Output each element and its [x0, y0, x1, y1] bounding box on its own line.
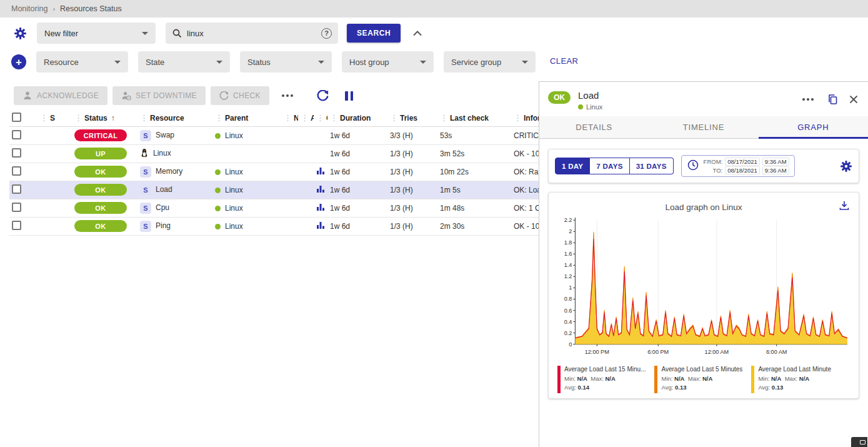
- status-select[interactable]: Status: [240, 51, 332, 73]
- drag-handle-icon[interactable]: ⋮: [74, 113, 82, 123]
- graph-card: Load graph on Linux 00.20.40.60.811.21.4…: [548, 192, 859, 399]
- header-last-check[interactable]: ⋮Last check: [437, 110, 511, 126]
- service-group-select-label: Service group: [451, 58, 501, 67]
- svg-text:0: 0: [569, 341, 572, 348]
- table-row[interactable]: UP Linux 1w 6d 1/3 (H) 3m 52s OK - 10: [9, 144, 539, 163]
- drag-handle-icon[interactable]: ⋮: [284, 113, 292, 123]
- to-date-value[interactable]: 08/18/2021: [725, 166, 760, 174]
- header-notes[interactable]: ⋮N: [281, 110, 298, 126]
- row-checkbox[interactable]: [12, 130, 21, 139]
- legend-item-load-1min[interactable]: Average Load Last Minute Min: N/A Max: N…: [751, 364, 831, 393]
- acknowledge-button[interactable]: ACKNOWLEDGE: [14, 86, 107, 105]
- range-7-days-button[interactable]: 7 DAYS: [590, 158, 629, 174]
- table-row-selected[interactable]: OK SLoad Linux 1w 6d 1/3 (H) 1m 5s OK: L…: [9, 181, 539, 199]
- drag-handle-icon[interactable]: ⋮: [440, 113, 448, 123]
- drag-handle-icon[interactable]: ⋮: [40, 113, 48, 123]
- tab-graph[interactable]: GRAPH: [759, 116, 868, 138]
- graph-chart-icon[interactable]: [316, 184, 325, 195]
- refresh-icon[interactable]: [317, 90, 329, 102]
- svg-text:0.4: 0.4: [564, 319, 572, 325]
- graph-settings-gear-icon[interactable]: [840, 160, 852, 173]
- header-graph[interactable]: ⋮G: [314, 110, 327, 126]
- svg-text:1: 1: [569, 284, 572, 291]
- to-time-value[interactable]: 9:36 AM: [762, 166, 789, 174]
- drag-handle-icon[interactable]: ⋮: [215, 113, 223, 123]
- filter-settings-gear-icon[interactable]: [14, 27, 27, 40]
- legend-item-load-5min[interactable]: Average Load Last 5 Minutes Min: N/A Max…: [654, 364, 742, 393]
- graph-chart-icon[interactable]: [316, 221, 325, 231]
- search-box[interactable]: ?: [166, 23, 338, 44]
- search-button[interactable]: SEARCH: [347, 24, 401, 43]
- time-range-segmented: 1 DAY 7 DAYS 31 DAYS: [555, 158, 674, 174]
- close-panel-icon[interactable]: [849, 95, 858, 104]
- saved-filter-select[interactable]: New filter: [37, 23, 156, 44]
- drag-handle-icon[interactable]: ⋮: [390, 113, 398, 123]
- filter-area: New filter ? SEARCH + Resource State Sta…: [0, 18, 868, 83]
- row-checkbox[interactable]: [12, 148, 21, 158]
- drag-handle-icon[interactable]: ⋮: [316, 113, 324, 123]
- breadcrumb-resources-status[interactable]: Resources Status: [60, 4, 122, 13]
- table-row[interactable]: OK SPing Linux 1w 6d 1/3 (H) 2m 30s OK -…: [9, 217, 539, 235]
- range-1-day-button[interactable]: 1 DAY: [555, 158, 590, 174]
- search-input[interactable]: [187, 29, 316, 38]
- svg-text:0.8: 0.8: [564, 296, 572, 302]
- table-row[interactable]: OK SMemory Linux 1w 6d 1/3 (H) 10m 22s O…: [9, 163, 539, 181]
- row-checkbox[interactable]: [12, 184, 21, 194]
- drag-handle-icon[interactable]: ⋮: [140, 113, 148, 123]
- panel-more-actions-icon[interactable]: [800, 94, 816, 104]
- tab-details[interactable]: DETAILS: [539, 116, 649, 138]
- table-row[interactable]: CRITICAL SSwap Linux 1w 6d 3/3 (H) 53s C…: [9, 126, 539, 144]
- header-parent[interactable]: ⋮Parent: [212, 110, 281, 126]
- graph-chart-icon[interactable]: [316, 203, 325, 213]
- graph-chart-icon[interactable]: [316, 166, 325, 177]
- clear-filters-button[interactable]: CLEAR: [550, 56, 578, 66]
- row-checkbox[interactable]: [12, 221, 21, 230]
- drag-handle-icon[interactable]: ⋮: [514, 113, 522, 123]
- header-tries[interactable]: ⋮Tries: [387, 110, 437, 126]
- resource-type-select[interactable]: Resource: [36, 51, 128, 73]
- service-icon: S: [140, 130, 151, 141]
- svg-text:0.6: 0.6: [564, 308, 572, 314]
- header-duration[interactable]: ⋮Duration: [327, 110, 387, 126]
- svg-text:2: 2: [569, 228, 572, 234]
- select-all-checkbox[interactable]: [12, 113, 21, 122]
- load-graph-chart[interactable]: 00.20.40.60.811.21.41.61.822.212:00 PM6:…: [556, 214, 851, 362]
- add-criteria-button[interactable]: +: [11, 54, 26, 69]
- select-all-header[interactable]: [9, 110, 37, 126]
- host-up-dot-icon: [215, 169, 221, 175]
- breadcrumb-monitoring[interactable]: Monitoring: [11, 4, 47, 13]
- header-status[interactable]: ⋮Status↑: [72, 110, 137, 126]
- panel-status-badge: OK: [548, 91, 571, 104]
- service-group-select[interactable]: Service group: [444, 51, 536, 73]
- copy-link-icon[interactable]: [827, 94, 838, 105]
- drag-handle-icon[interactable]: ⋮: [330, 113, 338, 123]
- export-graph-icon[interactable]: [839, 200, 850, 211]
- chevron-down-icon: [420, 61, 426, 64]
- drag-handle-icon[interactable]: ⋮: [301, 113, 309, 123]
- host-group-select[interactable]: Host group: [342, 51, 434, 73]
- legend-item-load-15min[interactable]: Average Load Last 15 Minu... Min: N/A Ma…: [557, 364, 646, 393]
- table-row[interactable]: OK SCpu Linux 1w 6d 1/3 (H) 1m 48s OK: 1…: [9, 199, 539, 217]
- state-select[interactable]: State: [138, 51, 230, 73]
- custom-date-range[interactable]: FROM: 08/17/2021 9:36 AM TO: 08/18/2021 …: [681, 155, 795, 177]
- row-checkbox[interactable]: [12, 203, 21, 212]
- panel-parent-label: Linux: [586, 103, 602, 111]
- svg-text:1.8: 1.8: [564, 239, 572, 246]
- search-help-icon[interactable]: ?: [321, 28, 332, 39]
- svg-text:6:00 PM: 6:00 PM: [647, 349, 669, 355]
- tab-timeline[interactable]: TIMELINE: [649, 116, 758, 138]
- more-actions-icon[interactable]: [279, 91, 296, 101]
- from-date-value[interactable]: 08/17/2021: [725, 158, 760, 166]
- header-information[interactable]: ⋮Information: [511, 110, 539, 126]
- check-button[interactable]: CHECK: [211, 86, 269, 105]
- header-severity[interactable]: ⋮S: [37, 110, 72, 126]
- range-31-days-button[interactable]: 31 DAYS: [630, 158, 674, 174]
- collapse-filters-chevron-up-icon[interactable]: [413, 31, 422, 36]
- header-action[interactable]: ⋮A: [298, 110, 314, 126]
- set-downtime-button[interactable]: SET DOWNTIME: [112, 86, 206, 105]
- header-resource[interactable]: ⋮Resource: [137, 110, 212, 126]
- pause-icon[interactable]: [344, 90, 354, 102]
- row-checkbox[interactable]: [12, 166, 21, 176]
- picture-in-picture-icon[interactable]: [851, 437, 867, 447]
- from-time-value[interactable]: 9:36 AM: [762, 158, 789, 166]
